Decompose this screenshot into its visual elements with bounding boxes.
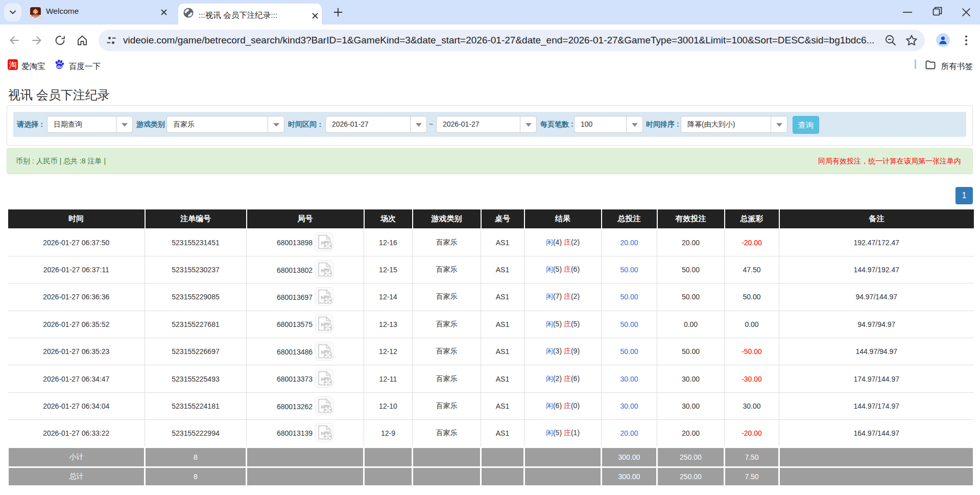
svg-text:du: du xyxy=(57,64,62,69)
svg-text:淘: 淘 xyxy=(9,60,17,69)
